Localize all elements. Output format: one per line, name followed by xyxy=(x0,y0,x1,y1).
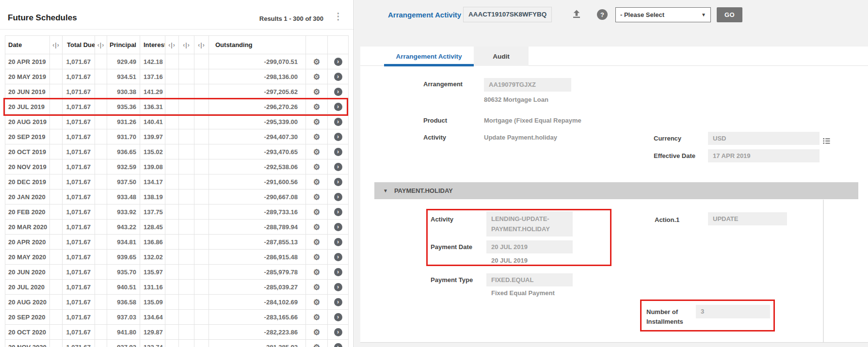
effective-date-field[interactable]: 17 APR 2019 xyxy=(708,149,820,162)
schedule-row[interactable]: 20 OCT 20201,071.67941.80129.87-282,223.… xyxy=(5,325,349,340)
cell-actions: ⚙ xyxy=(306,114,328,129)
column-header[interactable]: Principal xyxy=(107,36,140,54)
column-resize-handle[interactable]: ‹|› xyxy=(50,36,63,54)
gear-icon[interactable]: ⚙ xyxy=(313,328,320,336)
chevron-right-icon[interactable]: › xyxy=(334,343,342,347)
upload-icon[interactable] xyxy=(571,8,582,22)
chevron-right-icon[interactable]: › xyxy=(334,193,342,201)
cell-outstanding: -284,102.69 xyxy=(209,295,306,310)
chevron-right-icon[interactable]: › xyxy=(334,103,342,111)
chevron-right-icon[interactable]: › xyxy=(334,268,342,276)
gear-icon[interactable]: ⚙ xyxy=(313,343,320,347)
go-button[interactable]: GO xyxy=(717,7,742,22)
col-resize-icon: ‹|› xyxy=(168,42,175,48)
schedule-row[interactable]: 20 SEP 20191,071.67931.70139.97-294,407.… xyxy=(5,129,349,144)
column-header[interactable]: Total Due xyxy=(63,36,95,54)
gear-icon[interactable]: ⚙ xyxy=(313,313,320,321)
chevron-right-icon[interactable]: › xyxy=(334,253,342,261)
gear-icon[interactable]: ⚙ xyxy=(313,238,320,246)
cell-date: 20 AUG 2019 xyxy=(5,114,50,129)
schedule-row[interactable]: 20 MAY 20191,071.67934.51137.16-298,136.… xyxy=(5,69,349,84)
currency-field[interactable]: USD xyxy=(708,132,820,145)
chevron-right-icon[interactable]: › xyxy=(334,73,342,81)
schedule-row[interactable]: 20 AUG 20191,071.67931.26140.41-295,339.… xyxy=(5,114,349,129)
chevron-right-icon[interactable]: › xyxy=(334,238,342,246)
chevron-right-icon[interactable]: › xyxy=(334,118,342,126)
column-header[interactable]: Interest xyxy=(140,36,165,54)
gear-icon[interactable]: ⚙ xyxy=(313,118,320,126)
gear-icon[interactable]: ⚙ xyxy=(313,103,320,111)
gear-icon[interactable]: ⚙ xyxy=(313,268,320,276)
chevron-right-icon[interactable]: › xyxy=(334,178,342,186)
payment-date-field[interactable]: 20 JUL 2019 xyxy=(486,240,573,253)
cell-empty xyxy=(95,114,107,129)
action-1-field[interactable]: UPDATE xyxy=(708,212,787,225)
chevron-right-icon[interactable]: › xyxy=(334,313,342,321)
chevron-right-icon[interactable]: › xyxy=(334,208,342,216)
schedule-row[interactable]: 20 DEC 20191,071.67937.50134.17-291,600.… xyxy=(5,174,349,189)
ph-activity-field[interactable]: LENDING-UPDATE-PAYMENT.HOLIDAY xyxy=(486,211,573,237)
cell-open: › xyxy=(328,325,349,340)
gear-icon[interactable]: ⚙ xyxy=(313,73,320,81)
gear-icon[interactable]: ⚙ xyxy=(313,193,320,201)
chevron-right-icon[interactable]: › xyxy=(334,148,342,156)
gear-icon[interactable]: ⚙ xyxy=(313,253,320,261)
gear-icon[interactable]: ⚙ xyxy=(313,298,320,306)
column-resize-handle[interactable]: ‹|› xyxy=(194,36,209,54)
gear-icon[interactable]: ⚙ xyxy=(313,283,320,291)
arrangement-helper-text: 80632 Mortgage Loan xyxy=(484,96,548,103)
help-icon[interactable]: ? xyxy=(597,9,608,20)
schedule-row[interactable]: 20 OCT 20191,071.67936.65135.02-293,470.… xyxy=(5,144,349,159)
chevron-right-icon[interactable]: › xyxy=(334,88,342,96)
chevron-right-icon[interactable]: › xyxy=(334,223,342,231)
gear-icon[interactable]: ⚙ xyxy=(313,223,320,231)
column-resize-handle[interactable]: ‹|› xyxy=(95,36,107,54)
kebab-menu-icon[interactable]: ⋮ xyxy=(334,12,343,21)
payment-holiday-section-header[interactable]: ▼ PAYMENT.HOLIDAY xyxy=(374,182,858,199)
gear-icon[interactable]: ⚙ xyxy=(313,208,320,216)
schedule-row[interactable]: 20 NOV 20201,071.67937.93133.74-281,285.… xyxy=(5,340,349,347)
schedule-row[interactable]: 20 MAR 20201,071.67943.22128.45-288,789.… xyxy=(5,220,349,235)
chevron-right-icon[interactable]: › xyxy=(334,163,342,171)
schedule-row[interactable]: 20 SEP 20201,071.67937.03134.64-283,165.… xyxy=(5,310,349,325)
column-resize-handle[interactable]: ‹|› xyxy=(165,36,179,54)
schedule-row[interactable]: 20 NOV 20191,071.67932.59139.08-292,538.… xyxy=(5,159,349,174)
schedule-row[interactable]: 20 FEB 20201,071.67933.92137.75-289,733.… xyxy=(5,205,349,220)
cell-total_due: 1,071.67 xyxy=(63,159,95,174)
schedule-row[interactable]: 20 AUG 20201,071.67936.58135.09-284,102.… xyxy=(5,295,349,310)
chevron-right-icon[interactable]: › xyxy=(334,133,342,141)
chevron-right-icon[interactable]: › xyxy=(334,283,342,291)
column-resize-handle[interactable]: ‹|› xyxy=(179,36,194,54)
gear-icon[interactable]: ⚙ xyxy=(313,163,320,171)
column-header[interactable]: Outstanding xyxy=(209,36,306,54)
schedule-row[interactable]: 20 JUN 20191,071.67930.38141.29-297,205.… xyxy=(5,84,349,99)
cell-total_due: 1,071.67 xyxy=(63,280,95,295)
collapse-triangle-icon: ▼ xyxy=(383,188,388,193)
tab-arrangement-activity[interactable]: Arrangement Activity xyxy=(384,47,474,66)
schedule-row[interactable]: 20 MAY 20201,071.67939.65132.02-286,915.… xyxy=(5,250,349,265)
chevron-right-icon[interactable]: › xyxy=(334,298,342,306)
schedule-row[interactable]: 20 JAN 20201,071.67933.48138.19-290,667.… xyxy=(5,189,349,205)
cell-outstanding: -286,915.48 xyxy=(209,250,306,265)
schedule-row-selected[interactable]: 20 JUL 20191,071.67935.36136.31-296,270.… xyxy=(5,99,349,114)
cell-principal: 933.92 xyxy=(107,205,140,220)
schedule-row[interactable]: 20 JUL 20201,071.67940.51131.16-285,039.… xyxy=(5,280,349,295)
column-header[interactable]: Date xyxy=(5,36,50,54)
gear-icon[interactable]: ⚙ xyxy=(313,133,320,141)
gear-icon[interactable]: ⚙ xyxy=(313,88,320,96)
installments-field[interactable]: 3 xyxy=(696,305,770,318)
arrangement-field[interactable]: AA19079TGJXZ xyxy=(484,78,571,92)
schedule-row[interactable]: 20 JUN 20201,071.67935.70135.97-285,979.… xyxy=(5,265,349,280)
gear-icon[interactable]: ⚙ xyxy=(313,58,320,66)
payment-type-field[interactable]: FIXED.EQUAL xyxy=(486,273,573,286)
chevron-right-icon[interactable]: › xyxy=(334,328,342,336)
action-select[interactable]: - Please Select ▼ xyxy=(615,7,711,22)
gear-icon[interactable]: ⚙ xyxy=(313,178,320,186)
list-menu-icon[interactable] xyxy=(822,137,831,147)
schedule-row[interactable]: 20 APR 20201,071.67934.81136.86-287,855.… xyxy=(5,235,349,250)
tab-audit[interactable]: Audit xyxy=(474,47,529,66)
arrangement-reference-field[interactable]: AAACT19107SK8WFYBQ xyxy=(463,7,552,22)
chevron-right-icon[interactable]: › xyxy=(334,58,342,66)
gear-icon[interactable]: ⚙ xyxy=(313,148,320,156)
schedule-row[interactable]: 20 APR 20191,071.67929.49142.18-299,070.… xyxy=(5,54,349,69)
